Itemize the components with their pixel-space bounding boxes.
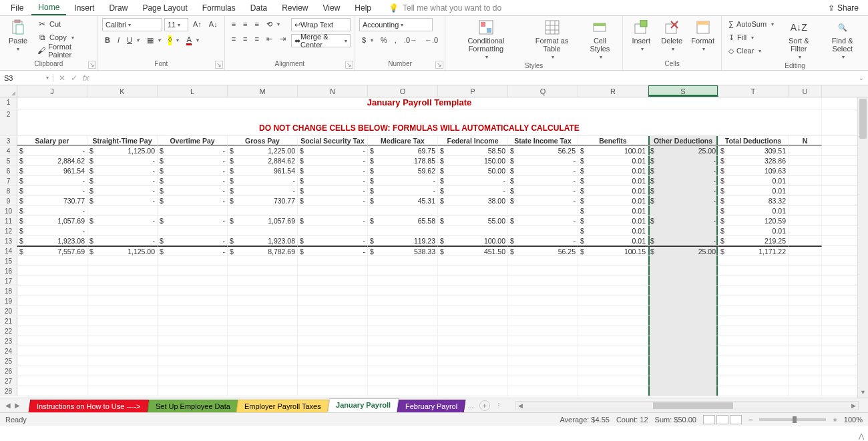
- cell[interactable]: [87, 336, 158, 346]
- cell[interactable]: [298, 226, 368, 236]
- row-header-27[interactable]: 27: [0, 376, 17, 386]
- cell[interactable]: [438, 326, 508, 336]
- cut-button[interactable]: ✂Cut: [35, 18, 93, 30]
- cell[interactable]: $-: [228, 186, 298, 195]
- alignment-dialog-launcher[interactable]: ↘: [345, 61, 353, 69]
- row-header-1[interactable]: 1: [0, 97, 17, 109]
- cell[interactable]: $0.01: [578, 236, 648, 246]
- cell[interactable]: [718, 366, 789, 376]
- cell[interactable]: [368, 326, 438, 336]
- row-header-26[interactable]: 26: [0, 366, 17, 376]
- cell[interactable]: [158, 266, 228, 276]
- cell[interactable]: [648, 336, 718, 346]
- font-size-combo[interactable]: 11: [164, 18, 188, 31]
- cell[interactable]: $1,225.00: [228, 146, 298, 155]
- header-cell[interactable]: Medicare Tax: [368, 136, 438, 145]
- cell[interactable]: [508, 286, 578, 296]
- cell[interactable]: [648, 376, 718, 386]
- align-right-button[interactable]: ≡: [252, 33, 262, 45]
- cell[interactable]: [789, 196, 822, 205]
- menu-review[interactable]: Review: [275, 1, 314, 15]
- cell[interactable]: [789, 236, 822, 246]
- align-left-button[interactable]: ≡: [229, 33, 238, 45]
- cell[interactable]: $451.50: [438, 246, 508, 256]
- cell[interactable]: [438, 206, 508, 215]
- cell[interactable]: [158, 346, 228, 356]
- cell[interactable]: [158, 366, 228, 376]
- cell[interactable]: [438, 286, 508, 296]
- header-cell[interactable]: Benefits: [578, 136, 648, 145]
- cell[interactable]: [298, 206, 368, 215]
- name-box[interactable]: S3▾: [0, 74, 53, 82]
- number-dialog-launcher[interactable]: ↘: [435, 61, 443, 69]
- cell[interactable]: [578, 326, 648, 336]
- sheet-nav-next[interactable]: ▶: [15, 402, 20, 409]
- cell[interactable]: [17, 276, 87, 286]
- cell[interactable]: [648, 316, 718, 326]
- accounting-format-button[interactable]: $: [359, 34, 376, 46]
- cell[interactable]: [648, 276, 718, 286]
- merge-center-button[interactable]: ⬌Merge & Center: [291, 34, 351, 47]
- menu-view[interactable]: View: [316, 1, 347, 15]
- cell[interactable]: [578, 366, 648, 376]
- scroll-left-button[interactable]: ◀: [516, 402, 525, 410]
- cell[interactable]: $-: [298, 196, 368, 205]
- spreadsheet-grid[interactable]: JKLMNOPQRSTU 1January Payroll Template2D…: [0, 85, 868, 398]
- cell[interactable]: [298, 266, 368, 276]
- cell[interactable]: [578, 336, 648, 346]
- header-cell[interactable]: Salary per: [17, 136, 87, 145]
- cell[interactable]: [718, 296, 789, 306]
- sheet-tab[interactable]: Instructions on How to Use ---->: [29, 400, 149, 412]
- cell[interactable]: $1,923.08: [228, 236, 298, 246]
- row-header-9[interactable]: 9: [0, 196, 17, 205]
- share-button[interactable]: ⇪ Share: [823, 1, 864, 15]
- cell[interactable]: $-: [87, 216, 158, 226]
- cell[interactable]: [789, 306, 822, 316]
- cell[interactable]: $178.85: [368, 156, 438, 165]
- view-page-layout-button[interactable]: [716, 415, 728, 424]
- menu-page-layout[interactable]: Page Layout: [136, 1, 194, 15]
- header-cell[interactable]: Social Security Tax: [298, 136, 368, 145]
- cell[interactable]: [298, 306, 368, 316]
- cell[interactable]: $1,125.00: [87, 246, 158, 256]
- cell[interactable]: [228, 286, 298, 296]
- cell[interactable]: [508, 356, 578, 366]
- cell[interactable]: [578, 266, 648, 276]
- increase-font-button[interactable]: A↑: [190, 18, 204, 30]
- cell[interactable]: [368, 316, 438, 326]
- column-header-O[interactable]: O: [368, 85, 438, 97]
- cell[interactable]: [228, 296, 298, 306]
- cell[interactable]: [789, 276, 822, 286]
- cell[interactable]: [578, 256, 648, 266]
- cell[interactable]: [17, 336, 87, 346]
- cell[interactable]: $0.01: [578, 216, 648, 226]
- cell[interactable]: [158, 336, 228, 346]
- row-header-28[interactable]: 28: [0, 386, 17, 396]
- cell[interactable]: [17, 306, 87, 316]
- column-header-Q[interactable]: Q: [508, 85, 578, 97]
- header-cell[interactable]: Overtime Pay: [158, 136, 228, 145]
- cell[interactable]: $55.00: [438, 216, 508, 226]
- copy-button[interactable]: ⧉Copy: [35, 31, 93, 43]
- cell[interactable]: $961.54: [228, 166, 298, 175]
- cell[interactable]: [298, 286, 368, 296]
- font-dialog-launcher[interactable]: ↘: [215, 61, 223, 69]
- cell[interactable]: [17, 366, 87, 376]
- cell[interactable]: [648, 256, 718, 266]
- row-header-10[interactable]: 10: [0, 206, 17, 215]
- column-header-U[interactable]: U: [789, 85, 822, 97]
- decrease-indent-button[interactable]: ⇤: [264, 33, 275, 45]
- cell[interactable]: [648, 206, 718, 215]
- cell[interactable]: [789, 286, 822, 296]
- fill-color-button[interactable]: ◊: [166, 34, 182, 46]
- menu-help[interactable]: Help: [348, 1, 378, 15]
- cell[interactable]: [438, 256, 508, 266]
- cell[interactable]: $1,125.00: [87, 146, 158, 155]
- cell[interactable]: [508, 206, 578, 215]
- cell[interactable]: [158, 326, 228, 336]
- cell[interactable]: [648, 286, 718, 296]
- bold-button[interactable]: B: [102, 34, 113, 46]
- cell[interactable]: $-: [508, 156, 578, 165]
- collapse-ribbon-button[interactable]: ⋀: [859, 432, 864, 440]
- add-sheet-button[interactable]: +: [479, 400, 490, 411]
